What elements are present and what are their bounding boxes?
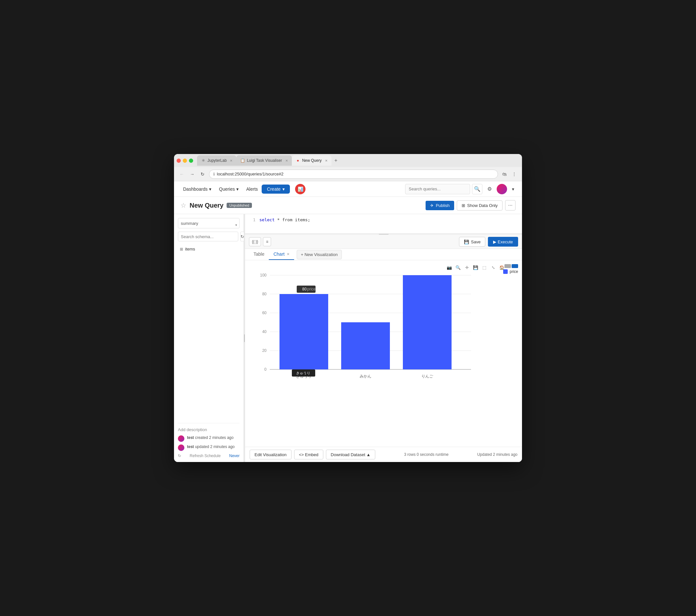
show-data-only-button[interactable]: ⊞ Show Data Only: [457, 200, 503, 211]
code-line-1: 1 select * from items;: [245, 217, 522, 223]
dashboards-label: Dashboards: [183, 186, 208, 192]
legend-color-btn[interactable]: [511, 264, 518, 268]
tab-chart-close-icon[interactable]: ✕: [287, 252, 289, 256]
line-number-1: 1: [249, 217, 255, 222]
app-logo[interactable]: 📊: [295, 184, 305, 194]
editor-tools-left: {{ }} ≡: [249, 237, 271, 246]
maximize-window-btn[interactable]: [189, 158, 193, 163]
embed-button[interactable]: <> Embed: [294, 450, 323, 459]
chart-zoom-icon[interactable]: 🔍: [454, 263, 462, 271]
browser-tab-new-query[interactable]: ● New Query ✕: [292, 155, 331, 166]
template-label: {{ }}: [252, 240, 258, 244]
bar-kyuuri[interactable]: [280, 294, 328, 369]
tooltip-series: price: [307, 287, 316, 291]
tab-chart-label: Chart: [273, 251, 284, 257]
bar-ringo[interactable]: [403, 275, 452, 369]
alerts-label: Alerts: [247, 186, 258, 192]
main-content: summary ▾ ↻ ⊞ items Add description t: [174, 214, 522, 462]
tooltip-value: 80: [302, 287, 307, 291]
sidebar: summary ▾ ↻ ⊞ items Add description t: [174, 214, 244, 462]
more-actions-button[interactable]: ···: [505, 200, 516, 211]
user-avatar[interactable]: [497, 184, 507, 194]
search-button[interactable]: 🔍: [472, 184, 483, 194]
template-button[interactable]: {{ }}: [249, 237, 261, 246]
refresh-schedule-label: Refresh Schedule: [190, 453, 220, 458]
search-area: 🔍 ⚙ ▾: [405, 184, 517, 194]
viz-tabs: Table Chart ✕ + New Visualization: [245, 249, 522, 260]
refresh-never-link[interactable]: Never: [229, 453, 240, 458]
activity-text-updated: test updated 2 minutes ago: [187, 445, 235, 449]
nav-alerts[interactable]: Alerts: [242, 181, 262, 197]
ssl-icon: ℹ: [213, 172, 215, 176]
queries-dropdown-icon: ▾: [236, 186, 239, 192]
chart-save-icon[interactable]: 💾: [472, 263, 479, 271]
activity-avatar-updated: [178, 445, 185, 451]
nav-queries[interactable]: Queries ▾: [215, 181, 242, 197]
legend-toggle-btn[interactable]: [505, 264, 511, 268]
back-button[interactable]: ←: [178, 170, 186, 178]
activity-user-updated: test: [187, 445, 194, 449]
download-dataset-button[interactable]: Download Dataset ▲: [326, 450, 376, 459]
chart-clip-icon[interactable]: ⬚: [480, 263, 488, 271]
new-query-favicon-icon: ●: [296, 158, 300, 163]
new-query-tab-close[interactable]: ✕: [325, 159, 328, 163]
schema-select-wrapper: summary ▾: [178, 218, 240, 232]
chart-expand-icon[interactable]: ⤡: [489, 263, 497, 271]
activity-item-created: test created 2 minutes ago: [178, 435, 240, 442]
traffic-lights: [177, 158, 193, 163]
minimize-window-btn[interactable]: [183, 158, 187, 163]
schema-search-input[interactable]: [178, 232, 238, 242]
chart-camera-icon[interactable]: 📷: [445, 263, 453, 271]
browser-tab-luigi[interactable]: 📋 Luigi Task Visualiser ✕: [236, 155, 291, 166]
execute-button[interactable]: ▶ Execute: [488, 237, 518, 247]
new-tab-button[interactable]: +: [331, 156, 341, 165]
extension-icon-1[interactable]: 🛍: [501, 170, 508, 178]
edit-visualization-button[interactable]: Edit Visualization: [250, 450, 291, 459]
chart-pan-icon[interactable]: ✛: [463, 263, 471, 271]
embed-label: <> Embed: [299, 452, 318, 457]
legend-label-price: price: [510, 270, 518, 274]
new-visualization-tab[interactable]: + New Visualization: [297, 250, 342, 259]
favorite-star-icon[interactable]: ☆: [180, 201, 186, 209]
search-icon: 🔍: [474, 186, 480, 192]
extensions-area: 🛍 ⋮: [501, 170, 518, 178]
browser-titlebar: ⚛ JupyterLab ✕ 📋 Luigi Task Visualiser ✕…: [174, 154, 522, 167]
tab-table[interactable]: Table: [249, 249, 269, 260]
footer-stats: 3 rows 0 seconds runtime: [404, 452, 449, 457]
x-label-mikan: みかん: [360, 374, 371, 379]
user-menu-dropdown[interactable]: ▾: [509, 185, 517, 193]
search-queries-input[interactable]: [405, 184, 470, 194]
page-title-area: ☆ New Query Unpublished: [180, 201, 252, 209]
save-button[interactable]: 💾 Save: [459, 237, 486, 247]
publish-button[interactable]: ✈ Publish: [426, 201, 454, 210]
luigi-tab-close[interactable]: ✕: [285, 159, 288, 163]
rows-runtime-text: 3 rows 0 seconds runtime: [404, 452, 449, 457]
url-bar[interactable]: ℹ localhost:25000/queries/1/source#2: [209, 170, 498, 179]
add-description-text[interactable]: Add description: [178, 427, 240, 432]
browser-tab-jupyterlab[interactable]: ⚛ JupyterLab ✕: [197, 155, 236, 166]
schema-search-row: ↻: [178, 232, 240, 242]
tab-chart[interactable]: Chart ✕: [269, 249, 294, 260]
create-button[interactable]: Create ▾: [262, 185, 290, 194]
chrome-menu-icon[interactable]: ⋮: [510, 170, 518, 178]
browser-tabs: ⚛ JupyterLab ✕ 📋 Luigi Task Visualiser ✕…: [197, 155, 519, 166]
table-icon: ⊞: [180, 247, 183, 251]
filter-button[interactable]: ⚙: [484, 184, 495, 194]
nav-dashboards[interactable]: Dashboards ▾: [179, 181, 215, 197]
publish-icon: ✈: [430, 203, 434, 208]
code-editor[interactable]: 1 select * from items;: [245, 214, 522, 234]
close-window-btn[interactable]: [177, 158, 181, 163]
activity-user-created: test: [187, 435, 194, 440]
reload-button[interactable]: ↻: [199, 170, 206, 178]
schema-select[interactable]: summary: [178, 218, 240, 228]
format-button[interactable]: ≡: [263, 237, 271, 246]
download-label: Download Dataset ▲: [331, 452, 371, 457]
footer-actions: Edit Visualization <> Embed Download Dat…: [250, 450, 375, 459]
y-label-20: 20: [262, 348, 267, 353]
jupyterlab-tab-close[interactable]: ✕: [230, 159, 233, 163]
bar-mikan[interactable]: [341, 322, 390, 369]
forward-button[interactable]: →: [188, 170, 196, 178]
y-label-40: 40: [262, 329, 267, 334]
sidebar-table-item-items[interactable]: ⊞ items: [178, 245, 240, 253]
tab-table-label: Table: [254, 251, 264, 257]
